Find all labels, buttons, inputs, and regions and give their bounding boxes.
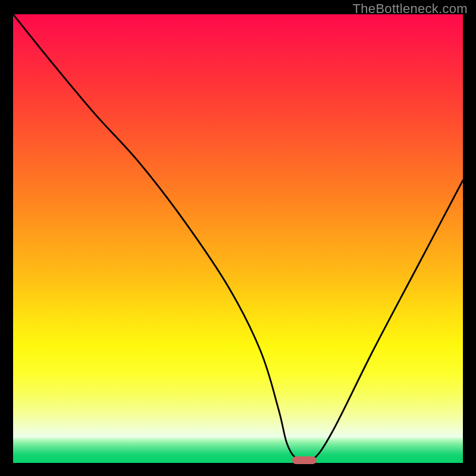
plot-area: [13, 14, 463, 463]
optimal-marker: [292, 456, 317, 464]
chart-frame: TheBottleneck.com: [0, 0, 476, 476]
curve-svg: [13, 14, 463, 463]
bottleneck-curve: [13, 14, 463, 463]
